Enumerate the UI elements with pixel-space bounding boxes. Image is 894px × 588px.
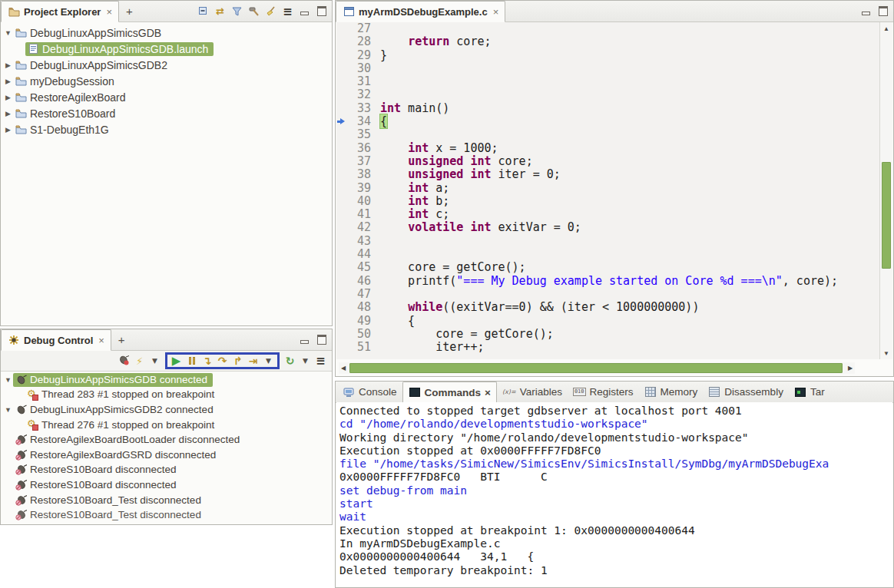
expand-icon[interactable]: ▶ (3, 110, 13, 117)
minimize-button[interactable] (859, 4, 873, 18)
tree-item[interactable]: ▶S1-DebugEth1G (1, 121, 332, 137)
step-over-button[interactable]: ↷ (215, 354, 230, 368)
tree-item[interactable]: DebugLinuxAppSimicsGDB.launch (1, 41, 332, 57)
scroll-left-icon[interactable]: ◀ (339, 362, 348, 374)
step-dropdown-button[interactable]: ▼ (261, 354, 276, 368)
editor-horizontal-scrollbar[interactable]: ◀ ▶ (339, 362, 855, 374)
view-menu-button[interactable]: ≡ (313, 354, 328, 368)
connect-dropdown-button[interactable]: ▼ (147, 354, 162, 368)
tree-item[interactable]: RestoreS10Board disconnected (1, 477, 332, 493)
expand-icon[interactable]: ▶ (3, 94, 13, 101)
interrupt-button[interactable] (184, 354, 199, 368)
code-line: 42 volatile int exitVar = 0; (336, 221, 880, 234)
close-icon[interactable]: × (493, 6, 499, 18)
tree-item[interactable]: ⚙Thread 276 #1 stopped on breakpoint (1, 418, 332, 433)
collapse-icon[interactable]: ▼ (3, 406, 13, 414)
close-icon[interactable]: × (98, 335, 104, 346)
tree-item[interactable]: ▶RestoreS10Board (1, 105, 332, 121)
code-editor[interactable]: 2728 return core;29}30313233int main()34… (336, 22, 880, 359)
tab-commands[interactable]: Commands× (402, 382, 497, 403)
run-to-button[interactable]: ⇥ (246, 354, 260, 368)
close-icon[interactable]: × (106, 6, 112, 18)
debug-control-tree: ▼DebugLinuxAppSimicsGDB connected⚙Thread… (1, 372, 332, 523)
tab-memory[interactable]: Memory (639, 382, 704, 402)
link-with-editor-button[interactable]: ⇄ (213, 4, 227, 18)
collapse-icon[interactable]: ▼ (3, 376, 13, 384)
tree-item[interactable]: ▶DebugLinuxAppSimicsGDB2 (1, 57, 332, 73)
filter-button[interactable] (230, 4, 244, 18)
editor-vertical-scrollbar[interactable]: ▲ ▼ (879, 22, 892, 359)
minimize-button[interactable] (297, 4, 312, 18)
tree-item[interactable]: ⚙Thread 283 #1 stopped on breakpoint (1, 388, 332, 403)
source-text: while((exitVar==0) && (iter < 1000000000… (380, 301, 699, 314)
tree-item[interactable]: ▼DebugLinuxAppSimicsGDB (1, 25, 332, 41)
folder-icon (15, 27, 27, 39)
tree-item[interactable]: RestoreS10Board_Test disconnected (1, 493, 332, 508)
refresh-button[interactable]: ↻ (283, 354, 297, 368)
tab-registers[interactable]: 010Registers (568, 382, 639, 402)
tree-item[interactable]: ▼DebugLinuxAppSimicsGDB2 connected (1, 402, 332, 418)
tree-item[interactable]: RestoreS10Board disconnected (1, 463, 332, 478)
minimize-button[interactable] (297, 332, 312, 347)
line-number: 48 (348, 301, 371, 314)
tree-item[interactable]: RestoreS10Board_Test disconnected (1, 507, 332, 523)
expand-icon[interactable]: ▶ (3, 78, 13, 85)
view-menu-button[interactable]: ≡ (280, 4, 295, 18)
tab-console[interactable]: Console (337, 382, 402, 402)
commands-output[interactable]: Connected to stopped target gdbserver at… (336, 402, 892, 586)
close-icon[interactable]: × (485, 387, 491, 398)
code-line: 31 (336, 75, 880, 88)
refresh-dropdown-button[interactable]: ▼ (298, 354, 313, 368)
tree-item[interactable]: RestoreAgilexBoardGSRD disconnected (1, 448, 332, 463)
maximize-button[interactable] (876, 4, 890, 18)
tab-tar[interactable]: Tar (789, 382, 830, 402)
scroll-up-icon[interactable]: ▲ (880, 24, 892, 33)
source-text: core = getCore(); (380, 261, 526, 274)
source-text: { (380, 115, 387, 128)
clean-button[interactable] (263, 4, 278, 18)
tree-item[interactable]: ▶myDebugSession (1, 73, 332, 89)
continue-button[interactable]: ▶ (169, 354, 184, 368)
debug-control-panel: Debug Control × + ⚡▼ ▶↴↷↱⇥▼ ↻▼≡ ▼DebugLi… (0, 329, 333, 525)
tab-project-explorer[interactable]: Project Explorer × (1, 1, 119, 22)
gutter (336, 128, 348, 141)
new-view-tab-button[interactable]: + (111, 329, 132, 350)
filter-icon (231, 5, 243, 18)
step-out-button[interactable]: ↱ (230, 354, 245, 368)
link-with-editor-icon: ⇄ (214, 5, 227, 18)
new-view-tab-button[interactable]: + (119, 1, 140, 21)
line-number: 51 (348, 341, 371, 354)
output-line: Working directory "/home/rolando/develop… (339, 431, 892, 444)
scrollbar-thumb[interactable] (882, 162, 891, 269)
expand-icon[interactable]: ▶ (3, 61, 13, 69)
tab-editor-file[interactable]: myArmDSDebugExample.c × (336, 1, 505, 22)
code-line: 48 while((exitVar==0) && (iter < 1000000… (336, 301, 880, 314)
tree-item[interactable]: ▶RestoreAgilexBoard (1, 89, 332, 105)
console-panel: ConsoleCommands×(x)=Variables010Register… (335, 381, 894, 588)
scrollbar-thumb[interactable] (349, 363, 843, 373)
tab-variables[interactable]: (x)=Variables (497, 382, 568, 402)
tab-debug-control[interactable]: Debug Control × (1, 329, 111, 351)
scroll-down-icon[interactable]: ▼ (880, 349, 892, 358)
minimize-icon (300, 340, 309, 344)
code-line: 43 (336, 235, 880, 248)
expand-icon[interactable]: ▶ (3, 126, 13, 134)
maximize-button[interactable] (314, 332, 329, 347)
step-into-button[interactable]: ↴ (200, 354, 214, 368)
collapse-icon[interactable]: ▼ (3, 29, 13, 37)
debug-connection-button[interactable] (117, 354, 131, 368)
refresh-icon: ↻ (284, 355, 296, 367)
gutter (336, 261, 348, 274)
customize-view-button[interactable] (247, 4, 261, 18)
tree-item[interactable]: ▼DebugLinuxAppSimicsGDB connected (1, 372, 332, 388)
tree-item[interactable]: RestoreAgilexBoardBootLoader disconnecte… (1, 432, 332, 448)
connect-target-button[interactable]: ⚡ (132, 354, 147, 368)
view-menu-icon: ≡ (282, 5, 294, 18)
tree-item-label: DebugLinuxAppSimicsGDB connected (30, 373, 207, 387)
tab-disassembly[interactable]: Disassembly (703, 382, 789, 402)
clean-icon (265, 5, 277, 18)
maximize-button[interactable] (314, 4, 329, 18)
collapse-all-button[interactable] (196, 4, 210, 18)
code-line: 33int main() (336, 102, 880, 115)
scroll-right-icon[interactable]: ▶ (846, 362, 855, 374)
